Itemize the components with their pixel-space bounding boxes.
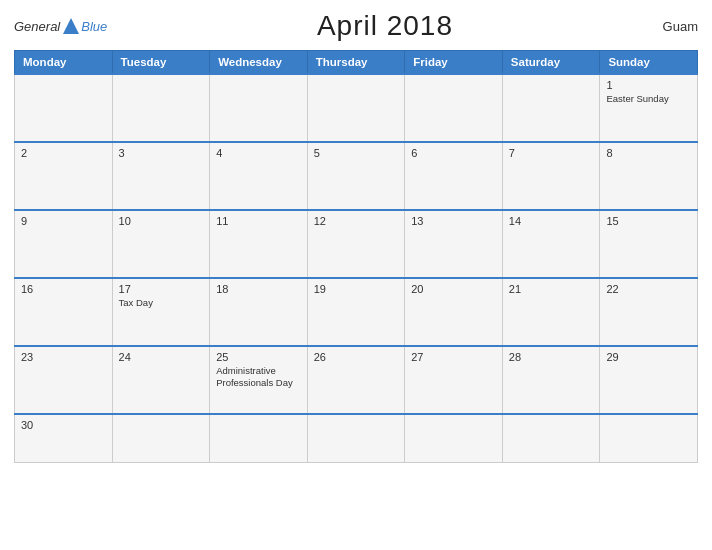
col-sunday: Sunday: [600, 51, 698, 75]
day-number: 13: [411, 215, 496, 227]
table-row: 23: [15, 346, 113, 414]
day-number: 23: [21, 351, 106, 363]
table-row: 10: [112, 210, 210, 278]
day-number: 20: [411, 283, 496, 295]
day-number: 15: [606, 215, 691, 227]
table-row: [405, 74, 503, 142]
table-row: [15, 74, 113, 142]
day-number: 14: [509, 215, 594, 227]
table-row: [307, 414, 405, 462]
table-row: [112, 414, 210, 462]
table-row: 9: [15, 210, 113, 278]
table-row: [600, 414, 698, 462]
country-label: Guam: [663, 19, 698, 34]
table-row: [210, 414, 308, 462]
table-row: 12: [307, 210, 405, 278]
day-event: Tax Day: [119, 297, 204, 309]
table-row: 26: [307, 346, 405, 414]
col-wednesday: Wednesday: [210, 51, 308, 75]
page: General Blue April 2018 Guam Monday Tues…: [0, 0, 712, 550]
day-event: AdministrativeProfessionals Day: [216, 365, 301, 390]
table-row: 6: [405, 142, 503, 210]
table-row: 16: [15, 278, 113, 346]
header: General Blue April 2018 Guam: [14, 10, 698, 42]
table-row: 5: [307, 142, 405, 210]
table-row: 3: [112, 142, 210, 210]
table-row: 1Easter Sunday: [600, 74, 698, 142]
table-row: 29: [600, 346, 698, 414]
day-event: Easter Sunday: [606, 93, 691, 105]
table-row: 2: [15, 142, 113, 210]
table-row: 14: [502, 210, 600, 278]
day-number: 11: [216, 215, 301, 227]
table-row: 13: [405, 210, 503, 278]
day-number: 2: [21, 147, 106, 159]
calendar-week-row: 30: [15, 414, 698, 462]
col-monday: Monday: [15, 51, 113, 75]
table-row: 8: [600, 142, 698, 210]
table-row: 24: [112, 346, 210, 414]
month-title: April 2018: [317, 10, 453, 42]
calendar-header-row: Monday Tuesday Wednesday Thursday Friday…: [15, 51, 698, 75]
table-row: 15: [600, 210, 698, 278]
day-number: 16: [21, 283, 106, 295]
table-row: 21: [502, 278, 600, 346]
table-row: 18: [210, 278, 308, 346]
day-number: 1: [606, 79, 691, 91]
table-row: 27: [405, 346, 503, 414]
table-row: 19: [307, 278, 405, 346]
table-row: 28: [502, 346, 600, 414]
logo-general-text: General: [14, 19, 60, 34]
day-number: 29: [606, 351, 691, 363]
table-row: 4: [210, 142, 308, 210]
table-row: 11: [210, 210, 308, 278]
day-number: 4: [216, 147, 301, 159]
table-row: [210, 74, 308, 142]
day-number: 6: [411, 147, 496, 159]
calendar-week-row: 1617Tax Day1819202122: [15, 278, 698, 346]
calendar-week-row: 9101112131415: [15, 210, 698, 278]
day-number: 19: [314, 283, 399, 295]
day-number: 25: [216, 351, 301, 363]
day-number: 26: [314, 351, 399, 363]
svg-marker-0: [63, 18, 79, 34]
day-number: 27: [411, 351, 496, 363]
table-row: [307, 74, 405, 142]
day-number: 9: [21, 215, 106, 227]
table-row: [502, 74, 600, 142]
table-row: 25AdministrativeProfessionals Day: [210, 346, 308, 414]
logo-icon: [62, 17, 80, 35]
table-row: 7: [502, 142, 600, 210]
day-number: 18: [216, 283, 301, 295]
table-row: 17Tax Day: [112, 278, 210, 346]
day-number: 30: [21, 419, 106, 431]
logo: General Blue: [14, 17, 107, 35]
table-row: [405, 414, 503, 462]
day-number: 21: [509, 283, 594, 295]
logo-blue-text: Blue: [81, 19, 107, 34]
table-row: 30: [15, 414, 113, 462]
day-number: 3: [119, 147, 204, 159]
calendar-week-row: 1Easter Sunday: [15, 74, 698, 142]
day-number: 8: [606, 147, 691, 159]
col-thursday: Thursday: [307, 51, 405, 75]
col-saturday: Saturday: [502, 51, 600, 75]
calendar-week-row: 2345678: [15, 142, 698, 210]
calendar-week-row: 232425AdministrativeProfessionals Day262…: [15, 346, 698, 414]
table-row: [112, 74, 210, 142]
table-row: 20: [405, 278, 503, 346]
day-number: 5: [314, 147, 399, 159]
day-number: 22: [606, 283, 691, 295]
day-number: 17: [119, 283, 204, 295]
col-tuesday: Tuesday: [112, 51, 210, 75]
day-number: 24: [119, 351, 204, 363]
calendar-table: Monday Tuesday Wednesday Thursday Friday…: [14, 50, 698, 463]
table-row: 22: [600, 278, 698, 346]
day-number: 7: [509, 147, 594, 159]
day-number: 10: [119, 215, 204, 227]
col-friday: Friday: [405, 51, 503, 75]
day-number: 28: [509, 351, 594, 363]
day-number: 12: [314, 215, 399, 227]
table-row: [502, 414, 600, 462]
